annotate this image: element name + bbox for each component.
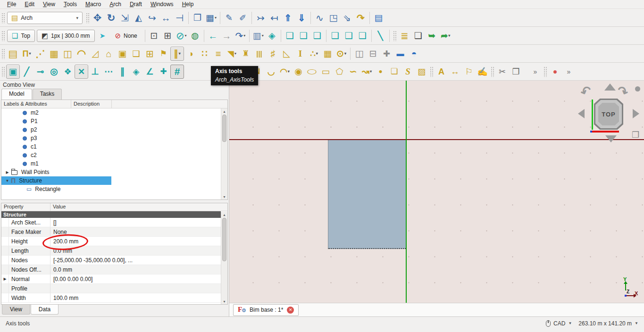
add-to-construction-group[interactable]: ▤ bbox=[372, 11, 385, 25]
snap-lock[interactable]: ▣ bbox=[6, 65, 20, 79]
tree-column-description[interactable]: Description bbox=[71, 100, 112, 108]
scroll-down-icon[interactable]: ▼ bbox=[221, 194, 227, 199]
draft-rotate[interactable]: ↻ bbox=[104, 11, 118, 25]
arch-panel-sheet[interactable]: ⊞ bbox=[143, 47, 157, 61]
tree-item-structure[interactable]: ▼ΠStructure bbox=[1, 176, 221, 185]
draft-hatch[interactable]: ▨ bbox=[415, 65, 428, 79]
expander-icon[interactable]: ▼ bbox=[4, 179, 10, 183]
arch-site[interactable]: ❑ bbox=[129, 47, 143, 61]
line-width-button[interactable]: ◩1px | 300.0 mm bbox=[37, 30, 95, 42]
prop-value-nodes-off[interactable]: 0.0 mm bbox=[50, 265, 221, 274]
arch-rebar[interactable]: ⋰ bbox=[33, 47, 47, 61]
arch-panel-dropdown[interactable]: ▾ bbox=[234, 51, 236, 56]
prop-row-arch-sket[interactable]: Arch Sket...[] bbox=[1, 218, 221, 227]
document-tab[interactable]: F⚙ Bim base : 1* ✕ bbox=[233, 304, 299, 316]
toggle-selectability[interactable]: ⊘▾ bbox=[175, 29, 188, 43]
arch-wall[interactable]: ▤ bbox=[6, 47, 20, 61]
navigation-globe[interactable]: ◍ bbox=[188, 29, 202, 43]
draft-downgrade[interactable]: ⇓ bbox=[295, 11, 309, 25]
toolbar-handle[interactable] bbox=[430, 66, 433, 77]
toolbar-handle[interactable] bbox=[1, 31, 5, 41]
draft-shapestring[interactable]: S bbox=[401, 65, 415, 79]
draft-scale[interactable]: ⇲ bbox=[118, 11, 132, 25]
cut-with-line[interactable]: ⊟ bbox=[366, 47, 380, 61]
toolbar-handle[interactable] bbox=[86, 13, 89, 23]
prop-value-arch-sket[interactable]: [] bbox=[50, 218, 221, 227]
go-to-linked-object-dropdown[interactable]: ▾ bbox=[243, 33, 245, 38]
3d-viewport[interactable]: ↶ ↷ TOP ❒ Y bbox=[229, 81, 644, 303]
navigation-cube[interactable]: ↶ ↷ TOP ❒ bbox=[577, 83, 644, 153]
snap-working-plane[interactable]: ◈ bbox=[129, 65, 143, 79]
view-top-button[interactable]: ❑Top bbox=[7, 30, 35, 42]
draft-join[interactable]: ↣ bbox=[254, 11, 268, 25]
draft-split[interactable]: ↤ bbox=[268, 11, 281, 25]
go-to-linked-object[interactable]: ↷▾ bbox=[234, 29, 247, 43]
property-column[interactable]: Property bbox=[1, 203, 50, 211]
export-tool[interactable]: ➦▾ bbox=[439, 29, 452, 43]
toolbar-handle[interactable] bbox=[1, 13, 5, 23]
view-rear[interactable]: ❑ bbox=[328, 29, 342, 43]
draft-to-sketch[interactable]: ⇘ bbox=[340, 11, 354, 25]
workbench-selector[interactable]: ▤ Arch ▾ bbox=[7, 12, 83, 24]
view-bottom[interactable]: ❑ bbox=[342, 29, 356, 43]
arch-grid[interactable]: ∷ bbox=[198, 47, 211, 61]
prop-row-nodes-off[interactable]: Nodes Off...0.0 mm bbox=[1, 265, 221, 274]
tree-item-m2[interactable]: m2 bbox=[1, 108, 221, 117]
draft-text[interactable]: A bbox=[435, 65, 448, 79]
draft-array-dropdown[interactable]: ▾ bbox=[215, 16, 217, 20]
tree-item-m1[interactable]: m1 bbox=[1, 159, 221, 168]
snap-center[interactable]: ◎ bbox=[47, 65, 61, 79]
prop-value-face-maker[interactable]: None bbox=[50, 227, 221, 236]
draw-style-dropdown[interactable]: ▾ bbox=[262, 33, 264, 38]
scroll-up-icon[interactable]: ▲ bbox=[221, 108, 227, 114]
structure-rectangle[interactable] bbox=[328, 140, 406, 249]
draft-edit[interactable]: ✎ bbox=[222, 11, 236, 25]
tab-tasks[interactable]: Tasks bbox=[33, 89, 62, 100]
rotate-view-right-arrow[interactable] bbox=[633, 109, 639, 118]
prop-row-width[interactable]: Width100.0 mm bbox=[1, 293, 221, 303]
tab-data[interactable]: Data bbox=[31, 305, 59, 315]
navcube-top-face[interactable]: TOP bbox=[598, 103, 619, 125]
arch-axis-system[interactable]: ◑ bbox=[184, 47, 198, 61]
menu-tools[interactable]: Tools bbox=[59, 0, 81, 8]
menu-view[interactable]: View bbox=[39, 0, 59, 8]
remove-component[interactable]: ▬ bbox=[393, 47, 407, 61]
snap-intersection[interactable]: ✕ bbox=[75, 65, 88, 79]
navcube-body[interactable]: TOP bbox=[594, 99, 623, 130]
arch-fence[interactable]: ♯ bbox=[266, 47, 280, 61]
draft-array[interactable]: ▦▾ bbox=[204, 11, 218, 25]
draft-arc[interactable]: ◠▾ bbox=[278, 65, 292, 79]
prop-value-normal[interactable]: [0.00 0.00 0.00] bbox=[50, 274, 221, 283]
prop-value-height[interactable]: 200.0 mm bbox=[50, 237, 221, 246]
draft-slope[interactable]: ↷ bbox=[354, 11, 368, 25]
tree-item-p2[interactable]: p2 bbox=[1, 125, 221, 134]
arch-reference[interactable]: ▣ bbox=[116, 47, 129, 61]
toolbar-handle[interactable] bbox=[544, 66, 547, 77]
arch-truss[interactable]: ◺ bbox=[280, 47, 293, 61]
snap-dimensions[interactable]: ✚ bbox=[157, 65, 170, 79]
arch-stairs[interactable]: ≡ bbox=[211, 47, 225, 61]
tree-column-labels[interactable]: Labels & Attributes bbox=[1, 100, 71, 108]
draft-move[interactable]: ✥ bbox=[91, 11, 104, 25]
edit-copy[interactable]: ❐ bbox=[509, 65, 523, 79]
arch-building[interactable]: ⌂ bbox=[102, 47, 116, 61]
view-axonometric[interactable]: ◈ bbox=[265, 29, 279, 43]
draft-bezier[interactable]: ↝▾ bbox=[360, 65, 374, 79]
chevron-down-icon[interactable]: ▾ bbox=[76, 16, 78, 20]
draft-stretch[interactable]: ↔ bbox=[159, 11, 173, 25]
toolbar-handle[interactable] bbox=[491, 66, 494, 77]
box-selection[interactable]: ⊞ bbox=[161, 29, 175, 43]
edit-cut[interactable]: ✂ bbox=[495, 65, 509, 79]
scroll-track[interactable] bbox=[221, 217, 227, 299]
menu-file[interactable]: File bbox=[3, 0, 20, 8]
snap-parallel[interactable]: ∥ bbox=[116, 65, 129, 79]
toolbar-overflow-1[interactable]: » bbox=[528, 65, 542, 79]
tree-item-rectangle[interactable]: ▭Rectangle bbox=[1, 185, 221, 193]
view-right[interactable]: ❑ bbox=[310, 29, 324, 43]
draft-arc-dropdown[interactable]: ▾ bbox=[288, 69, 290, 74]
tree-scrollbar[interactable]: ▲ ▼ bbox=[221, 108, 227, 199]
chevron-down-icon[interactable]: ▼ bbox=[635, 321, 638, 325]
draft-dimension[interactable]: ↔ bbox=[448, 65, 462, 79]
expander-icon[interactable]: ▶ bbox=[4, 170, 10, 174]
scroll-thumb[interactable] bbox=[222, 218, 226, 261]
